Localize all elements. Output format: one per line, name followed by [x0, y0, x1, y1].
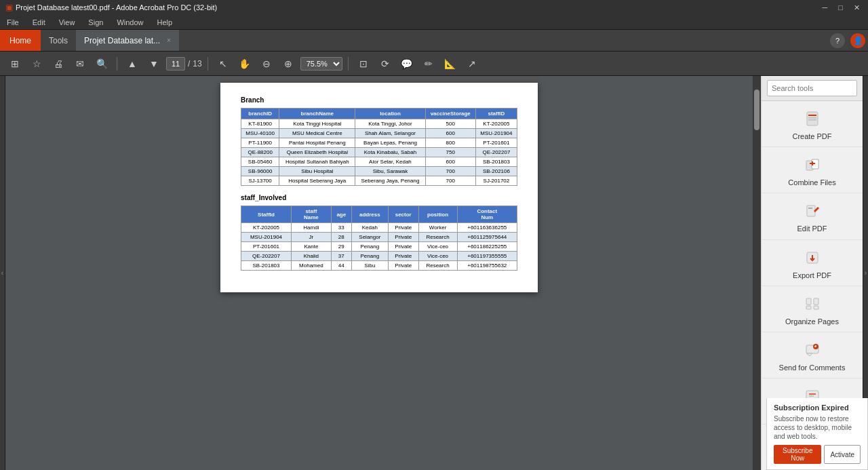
tab-tools[interactable]: Tools: [41, 30, 76, 51]
table-cell: Vice-ceo: [418, 242, 457, 252]
tool-send-for-comments[interactable]: Send for Comments: [762, 332, 863, 378]
table-row: KT-81900Kota Tinggi HospitalKota Tinggi,…: [241, 119, 517, 129]
search-button[interactable]: 🔍: [92, 54, 111, 73]
branch-col-name: branchName: [279, 109, 355, 119]
left-panel-toggle[interactable]: ‹: [0, 76, 5, 470]
table-row: PT-201601Kante29PenangPrivateVice-ceo+60…: [241, 242, 517, 252]
table-cell: Research: [418, 261, 457, 271]
table-row: MSU-40100MSU Medical CentreShah Alam, Se…: [241, 129, 517, 138]
branch-table: branchID branchName location vaccineStor…: [241, 108, 517, 186]
menu-bar: File Edit View Sign Window Help: [0, 15, 868, 30]
table-row: PT-11900Pantai Hospital PenangBayan Lepa…: [241, 138, 517, 148]
comment-tool-button[interactable]: 💬: [397, 54, 416, 73]
tab-document[interactable]: Projet Database lat... ×: [76, 30, 179, 51]
zoom-in-button[interactable]: ⊕: [279, 54, 298, 73]
menu-file[interactable]: File: [4, 17, 22, 28]
prev-page-button[interactable]: ▲: [123, 54, 142, 73]
hand-tool-button[interactable]: ✋: [235, 54, 254, 73]
fit-page-button[interactable]: ⊡: [354, 54, 373, 73]
table-row: KT-202005Hamdi33KedahPrivateWorker+60116…: [241, 223, 517, 233]
tools-search-input[interactable]: [767, 80, 857, 96]
table-cell: Private: [388, 261, 418, 271]
table-cell: Sibu Hospital: [279, 167, 355, 176]
tool-organize-pages[interactable]: Organize Pages: [762, 286, 863, 332]
table-cell: 600: [425, 157, 475, 167]
svg-rect-3: [808, 119, 816, 121]
combine-files-icon: [802, 154, 823, 176]
page-nav: / 13: [166, 57, 202, 71]
tool-edit-pdf[interactable]: Edit PDF: [762, 193, 863, 239]
menu-sign[interactable]: Sign: [85, 17, 106, 28]
tool-export-pdf[interactable]: Export PDF: [762, 240, 863, 286]
menu-edit[interactable]: Edit: [30, 17, 48, 28]
table-cell: Hamdi: [292, 223, 332, 233]
table-cell: PT-201601: [241, 242, 292, 252]
table-cell: +601163636255: [457, 223, 517, 233]
table-cell: Penang: [351, 252, 388, 261]
staff-col-contact: ContactNum: [457, 206, 517, 223]
maximize-button[interactable]: □: [835, 3, 846, 12]
menu-window[interactable]: Window: [114, 17, 146, 28]
export-pdf-icon: [802, 247, 823, 269]
tab-home[interactable]: Home: [0, 30, 41, 51]
table-row: MSU-201904Jr28SelangorPrivateResearch+60…: [241, 233, 517, 242]
rotate-button[interactable]: ⟳: [376, 54, 395, 73]
scrollbar-thumb[interactable]: [754, 90, 760, 130]
help-button[interactable]: ?: [830, 33, 845, 48]
table-cell: Khalid: [292, 252, 332, 261]
table-cell: Kota Tinggi Hospital: [279, 119, 355, 129]
table-cell: 44: [331, 261, 351, 271]
branch-col-location: location: [355, 109, 425, 119]
menu-view[interactable]: View: [56, 17, 78, 28]
table-cell: +601125975644: [457, 233, 517, 242]
table-cell: 33: [331, 223, 351, 233]
select-tool-button[interactable]: ↖: [214, 54, 233, 73]
bookmark-button[interactable]: ☆: [27, 54, 46, 73]
next-page-button[interactable]: ▼: [144, 54, 163, 73]
table-cell: Sibu, Sarawak: [355, 167, 425, 176]
tab-close-button[interactable]: ×: [167, 37, 171, 44]
email-button[interactable]: ✉: [71, 54, 90, 73]
staff-col-address: address: [351, 206, 388, 223]
user-avatar[interactable]: 👤: [850, 33, 865, 48]
minimize-button[interactable]: ─: [820, 3, 831, 12]
table-cell: SB-96000: [241, 167, 279, 176]
subscription-text: Subscribe now to restore access to deskt…: [774, 414, 861, 441]
tool-create-pdf[interactable]: Create PDF: [762, 101, 863, 147]
window-title: Projet Database latest00.pdf - Adobe Acr…: [16, 3, 217, 12]
table-cell: Kante: [292, 242, 332, 252]
edit-pdf-icon: [802, 200, 823, 222]
vertical-scrollbar[interactable]: [753, 76, 761, 470]
tool-combine-files[interactable]: Combine Files: [762, 147, 863, 193]
svg-rect-13: [806, 306, 811, 309]
print-button[interactable]: 🖨: [49, 54, 68, 73]
draw-tool-button[interactable]: ✏: [419, 54, 438, 73]
pdf-viewer[interactable]: Branch branchID branchName location vacc…: [5, 76, 753, 470]
page-number-input[interactable]: [166, 57, 185, 71]
thumbnail-panel-button[interactable]: ⊞: [5, 54, 24, 73]
close-button[interactable]: ✕: [851, 3, 863, 12]
subscribe-now-button[interactable]: Subscribe Now: [774, 445, 821, 464]
activate-button[interactable]: Activate: [824, 445, 861, 464]
table-cell: MSU-201904: [475, 129, 517, 138]
table-cell: Shah Alam, Selangor: [355, 129, 425, 138]
menu-help[interactable]: Help: [155, 17, 176, 28]
title-bar: ▣ Projet Database latest00.pdf - Adobe A…: [0, 0, 868, 15]
table-cell: KT-202005: [241, 223, 292, 233]
table-cell: Bayan Lepas, Penang: [355, 138, 425, 148]
measure-tool-button[interactable]: 📐: [441, 54, 460, 73]
share-button[interactable]: ↗: [462, 54, 481, 73]
table-cell: 500: [425, 119, 475, 129]
table-cell: SJ-201702: [475, 176, 517, 186]
zoom-out-button[interactable]: ⊖: [257, 54, 276, 73]
toolbar: ⊞ ☆ 🖨 ✉ 🔍 ▲ ▼ / 13 ↖ ✋ ⊖ ⊕ 75.5% 50% 75%…: [0, 52, 868, 76]
table-cell: Hospital Sultanah Bahiyah: [279, 157, 355, 167]
create-pdf-label: Create PDF: [792, 132, 831, 141]
separator-3: [348, 57, 349, 71]
table-cell: Research: [418, 233, 457, 242]
table-cell: PT-201601: [475, 138, 517, 148]
pdf-page: Branch branchID branchName location vacc…: [220, 83, 538, 292]
separator-2: [208, 57, 208, 71]
svg-rect-0: [807, 112, 818, 125]
zoom-select[interactable]: 75.5% 50% 75% 100% 125% 150%: [300, 57, 342, 71]
